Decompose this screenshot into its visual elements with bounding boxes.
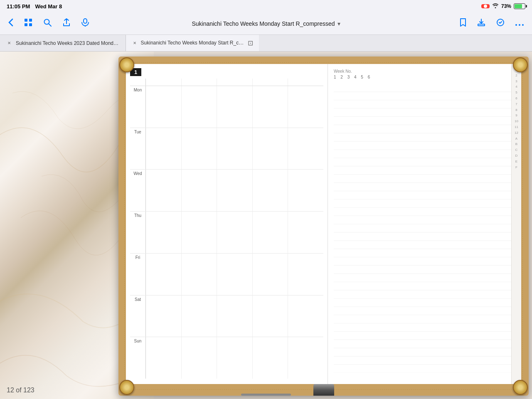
cell [253, 296, 288, 337]
download-button[interactable] [475, 17, 487, 30]
cell [253, 170, 288, 211]
index-9: 9 [515, 113, 517, 118]
day-label-sun: Sun [130, 337, 146, 379]
cell [217, 254, 253, 295]
wifi-icon [492, 3, 499, 10]
row-mon: Mon [130, 86, 323, 128]
svg-point-11 [519, 24, 520, 26]
page-count-text: 12 of 123 [7, 387, 34, 394]
cell [182, 296, 217, 337]
search-button[interactable] [42, 17, 53, 30]
cell [253, 254, 288, 295]
cell [182, 170, 217, 211]
bookmark-button[interactable] [458, 17, 468, 30]
share-button[interactable] [61, 17, 72, 30]
cell [217, 128, 253, 170]
cell [146, 296, 182, 337]
cell [253, 86, 288, 128]
battery-fill [515, 4, 522, 8]
battery-display: 73% [501, 3, 511, 9]
cell [217, 337, 253, 379]
grid-view-button[interactable] [22, 17, 34, 30]
cell [288, 296, 323, 337]
title-chevron: ▾ [337, 20, 340, 27]
markup-button[interactable] [495, 17, 506, 30]
index-6: 6 [515, 96, 517, 101]
mon-cells [146, 86, 323, 128]
svg-point-12 [522, 24, 524, 26]
cell [146, 212, 182, 253]
corner-medallion-tr [513, 57, 528, 72]
status-right: 73% [481, 3, 525, 10]
index-10: 10 [515, 119, 518, 124]
right-page: Week No. 1 2 3 4 5 6 [328, 64, 521, 384]
cell [217, 86, 253, 128]
record-indicator [481, 4, 490, 8]
cell [146, 128, 182, 170]
svg-line-5 [49, 24, 51, 26]
cell [288, 254, 323, 295]
more-button[interactable] [514, 17, 525, 30]
weekly-grid: Mon Tue [130, 79, 323, 379]
header-cell-2 [182, 79, 217, 86]
day-label-tue: Tue [130, 128, 146, 170]
tab-2-close[interactable]: ✕ [132, 39, 138, 46]
tab-2[interactable]: ✕ Sukinanichi Techo Weeks Monday Start R… [126, 35, 259, 51]
week-no-section: Week No. 1 2 3 4 5 6 [334, 69, 515, 79]
header-cell-4 [253, 79, 288, 86]
thu-cells [146, 212, 323, 253]
toolbar-right [442, 17, 525, 30]
svg-rect-2 [25, 23, 27, 26]
notes-lines [334, 84, 515, 373]
toolbar: Sukinanichi Techo Weeks Monday Start R_c… [0, 12, 532, 35]
mic-button[interactable] [80, 17, 91, 30]
cell [288, 86, 323, 128]
cell [217, 212, 253, 253]
cell [182, 212, 217, 253]
status-bar: 11:05 PM Wed Mar 8 73% [0, 0, 532, 12]
cell [288, 170, 323, 211]
index-c: C [515, 148, 518, 153]
wed-cells [146, 170, 323, 211]
corner-medallion-bl [119, 380, 134, 395]
index-2: 2 [515, 73, 517, 79]
cell [182, 337, 217, 379]
header-cell-3 [217, 79, 253, 86]
index-d: D [515, 153, 518, 159]
time-display: 11:05 PM [7, 3, 30, 10]
tab-2-label: Sukinanichi Techo Weeks Monday Start R_c… [141, 40, 244, 46]
side-index: 1 2 3 4 5 6 7 8 9 10 11 12 A B C D E [511, 64, 521, 384]
back-button[interactable] [7, 17, 15, 30]
cell [217, 170, 253, 211]
cell [288, 337, 323, 379]
row-tue: Tue [130, 128, 323, 170]
left-page: 1 [126, 64, 328, 384]
index-11: 11 [515, 125, 518, 130]
row-wed: Wed [130, 170, 323, 212]
cell [146, 170, 182, 211]
week-numbers: 1 2 3 4 5 6 [334, 75, 515, 79]
day-label-thu: Thu [130, 212, 146, 253]
cell [182, 86, 217, 128]
row-fri: Fri [130, 254, 323, 296]
ruled-lines-svg [334, 84, 515, 373]
tab-1-close[interactable]: ✕ [6, 40, 12, 47]
svg-rect-0 [25, 19, 27, 22]
cell [253, 212, 288, 253]
tab-1[interactable]: ✕ Sukinanichi Techo Weeks 2023 Dated Mon… [0, 35, 126, 51]
cell [288, 128, 323, 170]
index-4: 4 [515, 84, 517, 90]
book-pages: 1 [126, 64, 521, 384]
cell [146, 337, 182, 379]
sat-cells [146, 296, 323, 337]
document-title: Sukinanichi Techo Weeks Monday Start R_c… [192, 20, 335, 27]
week-no-title: Week No. [334, 69, 515, 74]
cell [146, 86, 182, 128]
toolbar-left [7, 17, 90, 30]
svg-rect-8 [478, 24, 485, 26]
index-5: 5 [515, 90, 517, 96]
cell [182, 128, 217, 170]
svg-rect-1 [29, 19, 32, 22]
index-3: 3 [515, 79, 517, 84]
tab-options-button[interactable]: ⊡ [248, 39, 253, 47]
